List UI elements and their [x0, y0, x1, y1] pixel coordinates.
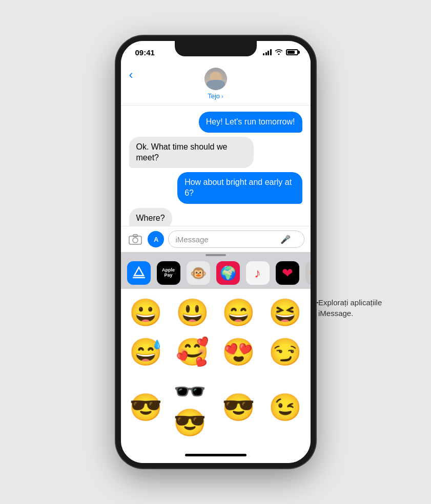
wifi-icon — [275, 48, 283, 56]
message-row: Hey! Let's run tomorrow! — [129, 112, 302, 133]
phone-frame: 09:41 — [116, 36, 316, 468]
notch — [175, 41, 257, 56]
emoji-item[interactable]: 😅 — [127, 337, 166, 368]
back-button[interactable]: ‹ — [129, 68, 133, 82]
chevron-right-icon: › — [221, 93, 223, 99]
tray-emoji-icon[interactable]: 😊 — [305, 261, 311, 285]
tray-globe-icon[interactable]: 🌍 — [216, 261, 240, 285]
battery-icon — [286, 49, 298, 55]
message-input[interactable]: iMessage 🎤 — [168, 230, 304, 248]
emoji-item[interactable]: 😆 — [266, 297, 304, 328]
phone-content: 09:41 — [121, 41, 311, 463]
emoji-item[interactable]: 🥰 — [173, 337, 212, 368]
home-indicator — [121, 447, 311, 463]
emoji-item[interactable]: 😀 — [127, 297, 166, 328]
emoji-item[interactable]: 😎 — [220, 376, 258, 438]
svg-rect-2 — [133, 235, 137, 237]
emoji-item[interactable]: 😃 — [173, 297, 212, 328]
message-bubble-sent-3: How about bright and early at 6? — [177, 172, 302, 204]
svg-text:A: A — [154, 236, 159, 243]
svg-point-1 — [133, 238, 138, 243]
message-row: Ok. What time should we meet? — [129, 137, 302, 169]
emoji-item[interactable]: 😄 — [220, 297, 258, 328]
emoji-grid: 😀 😃 😄 😆 😅 🥰 😍 😏 😎 🕶️😎 😎 😉 — [121, 289, 311, 447]
status-icons — [263, 48, 298, 56]
input-area: A iMessage 🎤 — [121, 226, 311, 252]
message-bubble-received-4: Where? — [129, 208, 172, 226]
status-time: 09:41 — [133, 48, 155, 57]
chat-area: Hey! Let's run tomorrow! Ok. What time s… — [121, 106, 311, 226]
message-bubble-received-2: Ok. What time should we meet? — [129, 137, 254, 169]
avatar[interactable] — [204, 68, 227, 90]
message-row: How about bright and early at 6? — [129, 172, 302, 204]
app-tray: ApplePay 🐵 🌍 ♪ ❤ 😊 — [121, 257, 311, 289]
home-bar — [185, 454, 247, 456]
tray-monkey-icon[interactable]: 🐵 — [187, 261, 210, 285]
contact-name[interactable]: Tejo › — [208, 92, 223, 100]
emoji-item[interactable]: 🕶️😎 — [173, 376, 212, 438]
tray-music-icon[interactable]: ♪ — [246, 261, 270, 285]
input-placeholder: iMessage — [176, 235, 209, 244]
message-row: Where? — [129, 208, 302, 226]
tray-heart-icon[interactable]: ❤ — [276, 261, 299, 285]
message-bubble-sent-1: Hey! Let's run tomorrow! — [199, 112, 302, 133]
app-store-button[interactable]: A — [148, 231, 164, 247]
emoji-item[interactable]: 😎 — [127, 376, 166, 438]
mic-button[interactable]: 🎤 — [280, 235, 291, 244]
tray-drag-handle — [206, 254, 226, 256]
tray-applepay-icon[interactable]: ApplePay — [157, 261, 180, 285]
avatar-image — [204, 68, 227, 90]
emoji-item[interactable]: 😉 — [266, 376, 304, 438]
annotation-text: Explorați aplicațiile iMessage. — [318, 297, 400, 319]
tray-appstore-icon[interactable] — [127, 261, 151, 285]
signal-icon — [263, 49, 272, 55]
nav-header: ‹ Tejo › — [121, 64, 311, 106]
emoji-item[interactable]: 😏 — [266, 337, 304, 368]
camera-button[interactable] — [127, 231, 143, 247]
emoji-item[interactable]: 😍 — [220, 337, 258, 368]
